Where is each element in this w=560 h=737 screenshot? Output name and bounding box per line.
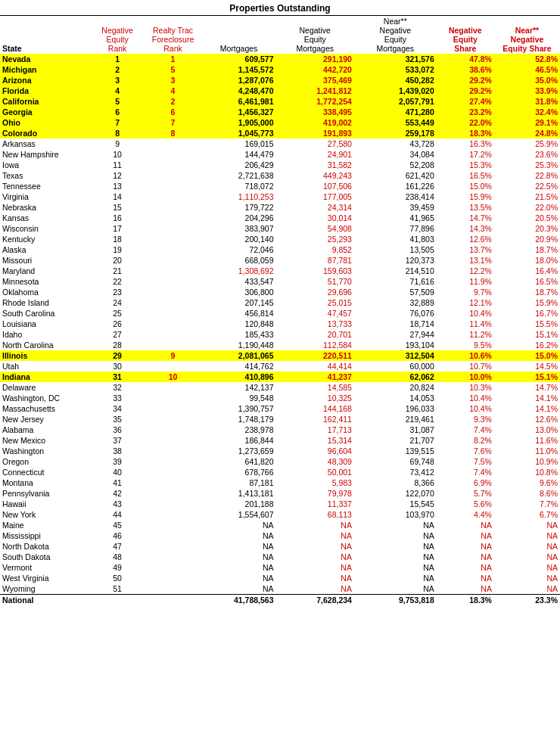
table-row: Oregon 39 641,820 48,309 69,748 7.5% 10.… (0, 456, 560, 467)
realty-rank (144, 138, 201, 149)
near-neg-equity-mortgages: 1,439,020 (354, 86, 437, 96)
neg-equity-mortgages: 87,781 (276, 255, 354, 266)
state-name: Iowa (0, 160, 91, 170)
near-neg-equity-mortgages: 60,000 (354, 361, 437, 372)
state-name: New York (0, 509, 91, 520)
neg-equity-mortgages: 48,309 (276, 456, 354, 467)
neg-equity-rank: 47 (91, 541, 145, 552)
neg-equity-share: 15.0% (437, 181, 494, 191)
mortgages: 204,296 (202, 213, 276, 223)
near-neg-equity-share: 20.9% (494, 234, 560, 244)
near-neg-equity-mortgages: 34,084 (354, 149, 437, 160)
neg-equity-share: 10.4% (437, 393, 494, 403)
table-row: Maryland 21 1,308,692 159,603 214,510 12… (0, 266, 560, 276)
neg-equity-rank: 7 (91, 117, 145, 128)
realty-rank (144, 562, 201, 573)
mortgages: 201,188 (202, 499, 276, 509)
realty-rank (144, 530, 201, 541)
neg-equity-share: 18.3% (437, 128, 494, 138)
near-neg-equity-mortgages: 41,803 (354, 234, 437, 244)
neg-equity-share: 10.3% (437, 382, 494, 393)
near-neg-equity-share: NA (494, 573, 560, 583)
neg-equity-share: 27.4% (437, 96, 494, 107)
realty-rank (144, 319, 201, 329)
near-neg-equity-mortgages: 533,072 (354, 64, 437, 75)
near-neg-equity-mortgages: 41,965 (354, 213, 437, 223)
neg-equity-rank: 2 (91, 64, 145, 75)
near-neg-equity-mortgages: 52,208 (354, 160, 437, 170)
near-neg-equity-share: 22.8% (494, 170, 560, 181)
near-neg-equity-share: 23.6% (494, 149, 560, 160)
table-row: Delaware 32 142,137 14,585 20,824 10.3% … (0, 382, 560, 393)
state-name: Colorado (0, 128, 91, 138)
near-neg-equity-mortgages: 471,280 (354, 107, 437, 117)
table-row: Washington, DC 33 99,548 10,325 14,053 1… (0, 393, 560, 403)
neg-equity-rank: 40 (91, 467, 145, 477)
neg-equity-rank: 45 (91, 520, 145, 530)
realty-rank (144, 213, 201, 223)
near-neg-equity-share: NA (494, 530, 560, 541)
neg-equity-mortgages: 177,005 (276, 191, 354, 202)
col-near-neg-header: Near** Negative Equity Mortgages (354, 16, 437, 54)
near-neg-equity-mortgages: 139,515 (354, 446, 437, 456)
mortgages: NA (202, 541, 276, 552)
table-row: New York 44 1,554,607 68,113 103,970 4.4… (0, 509, 560, 520)
near-neg-equity-share: 15.5% (494, 319, 560, 329)
near-neg-equity-share: 15.0% (494, 350, 560, 361)
near-neg-equity-share: NA (494, 541, 560, 552)
neg-equity-rank: 42 (91, 488, 145, 499)
near-neg-equity-mortgages: 73,412 (354, 467, 437, 477)
realty-rank (144, 467, 201, 477)
table-row: New Hampshire 10 144,479 24,901 34,084 1… (0, 149, 560, 160)
realty-rank (144, 191, 201, 202)
neg-equity-mortgages: NA (276, 541, 354, 552)
near-neg-equity-share: 8.6% (494, 488, 560, 499)
national-near-neg: 9,753,818 (354, 595, 437, 606)
table-row: Colorado 8 8 1,045,773 191,893 259,178 1… (0, 128, 560, 138)
national-row: National 41,788,563 7,628,234 9,753,818 … (0, 595, 560, 606)
neg-equity-mortgages: 14,585 (276, 382, 354, 393)
neg-equity-share: 12.6% (437, 234, 494, 244)
mortgages: 1,190,448 (202, 340, 276, 350)
mortgages: 4,248,470 (202, 86, 276, 96)
near-neg-equity-mortgages: NA (354, 530, 437, 541)
neg-equity-mortgages: 442,720 (276, 64, 354, 75)
realty-rank (144, 403, 201, 414)
near-neg-equity-mortgages: 161,226 (354, 181, 437, 191)
mortgages: 641,820 (202, 456, 276, 467)
neg-equity-mortgages: 79,978 (276, 488, 354, 499)
realty-rank (144, 255, 201, 266)
state-name: Rhode Island (0, 297, 91, 308)
state-name: Kansas (0, 213, 91, 223)
neg-equity-share: 6.9% (437, 477, 494, 488)
table-row: Minnesota 22 433,547 51,770 71,616 11.9%… (0, 276, 560, 287)
near-neg-equity-mortgages: 312,504 (354, 350, 437, 361)
near-neg-equity-mortgages: NA (354, 520, 437, 530)
table-row: Virginia 14 1,110,253 177,005 238,414 15… (0, 191, 560, 202)
near-neg-equity-share: 16.2% (494, 340, 560, 350)
near-neg-equity-mortgages: 259,178 (354, 128, 437, 138)
table-row: Florida 4 4 4,248,470 1,241,812 1,439,02… (0, 86, 560, 96)
realty-rank (144, 382, 201, 393)
neg-equity-mortgages: NA (276, 552, 354, 562)
neg-equity-rank: 35 (91, 414, 145, 424)
state-name: Alaska (0, 244, 91, 255)
near-neg-equity-mortgages: 13,505 (354, 244, 437, 255)
state-name: Ohio (0, 117, 91, 128)
col-near-share-header: Near** Negative Equity Share (494, 16, 560, 54)
near-neg-equity-share: 14.7% (494, 382, 560, 393)
mortgages: 186,844 (202, 435, 276, 446)
table-row: California 5 2 6,461,981 1,772,254 2,057… (0, 96, 560, 107)
table-row: New Mexico 37 186,844 15,314 21,707 8.2%… (0, 435, 560, 446)
neg-equity-share: 17.2% (437, 149, 494, 160)
neg-equity-rank: 27 (91, 329, 145, 340)
neg-equity-rank: 8 (91, 128, 145, 138)
near-neg-equity-share: 12.6% (494, 414, 560, 424)
state-name: Georgia (0, 107, 91, 117)
neg-equity-mortgages: 20,701 (276, 329, 354, 340)
national-neg: 7,628,234 (276, 595, 354, 606)
near-neg-equity-mortgages: 32,889 (354, 297, 437, 308)
table-row: Tennessee 13 718,072 107,506 161,226 15.… (0, 181, 560, 191)
mortgages: 1,308,692 (202, 266, 276, 276)
neg-equity-share: 14.7% (437, 213, 494, 223)
